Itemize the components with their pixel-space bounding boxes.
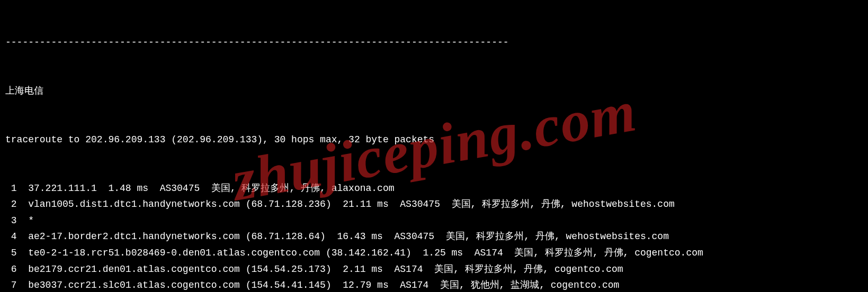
hops-list: 1 37.221.111.1 1.48 ms AS30475 美国, 科罗拉多州… bbox=[5, 180, 863, 292]
divider-line: ----------------------------------------… bbox=[5, 34, 863, 51]
hop-line: 3 * bbox=[5, 213, 863, 229]
hop-line: 4 ae2-17.border2.dtc1.handynetworks.com … bbox=[5, 229, 863, 245]
hop-line: 1 37.221.111.1 1.48 ms AS30475 美国, 科罗拉多州… bbox=[5, 180, 863, 197]
header-line: 上海电信 bbox=[5, 83, 863, 99]
hop-line: 5 te0-2-1-18.rcr51.b028469-0.den01.atlas… bbox=[5, 245, 863, 261]
hop-line: 7 be3037.ccr21.slc01.atlas.cogentco.com … bbox=[5, 277, 863, 292]
hop-line: 2 vlan1005.dist1.dtc1.handynetworks.com … bbox=[5, 196, 863, 213]
hop-line: 6 be2179.ccr21.den01.atlas.cogentco.com … bbox=[5, 261, 863, 278]
terminal-output: ----------------------------------------… bbox=[5, 2, 863, 292]
traceroute-command: traceroute to 202.96.209.133 (202.96.209… bbox=[5, 132, 863, 148]
